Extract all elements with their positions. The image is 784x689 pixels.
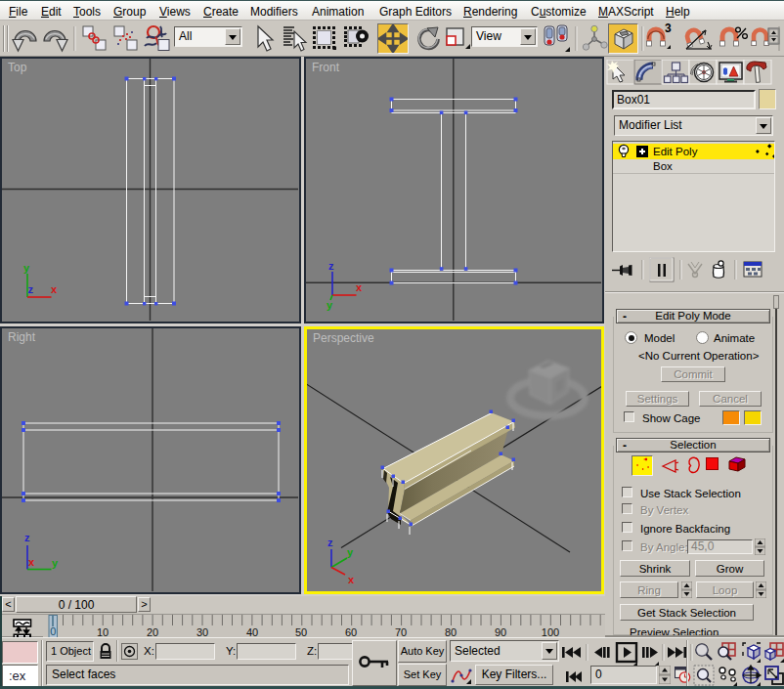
svg-text:x: x <box>348 574 355 585</box>
svg-text:z: z <box>327 537 333 548</box>
svg-text:z: z <box>24 532 30 543</box>
svg-text:60: 60 <box>345 626 357 638</box>
svg-text:x: x <box>356 281 363 293</box>
svg-text:y: y <box>52 557 59 569</box>
svg-text:40: 40 <box>246 626 258 638</box>
svg-text:y: y <box>347 546 354 558</box>
svg-text:30: 30 <box>196 626 208 638</box>
svg-text:10: 10 <box>97 626 109 638</box>
svg-text:70: 70 <box>395 626 407 638</box>
svg-text:0: 0 <box>50 625 56 637</box>
svg-text:z: z <box>328 260 334 272</box>
svg-text:x: x <box>28 556 35 568</box>
svg-text:y: y <box>327 299 333 311</box>
svg-text:50: 50 <box>295 626 307 638</box>
svg-text:80: 80 <box>445 626 457 638</box>
svg-text:90: 90 <box>495 626 506 638</box>
svg-text:100: 100 <box>542 626 559 638</box>
svg-text:20: 20 <box>147 626 158 638</box>
svg-text:x: x <box>51 283 58 295</box>
svg-text:3: 3 <box>665 22 672 35</box>
svg-text:z: z <box>28 283 34 295</box>
svg-text:y: y <box>23 262 30 274</box>
